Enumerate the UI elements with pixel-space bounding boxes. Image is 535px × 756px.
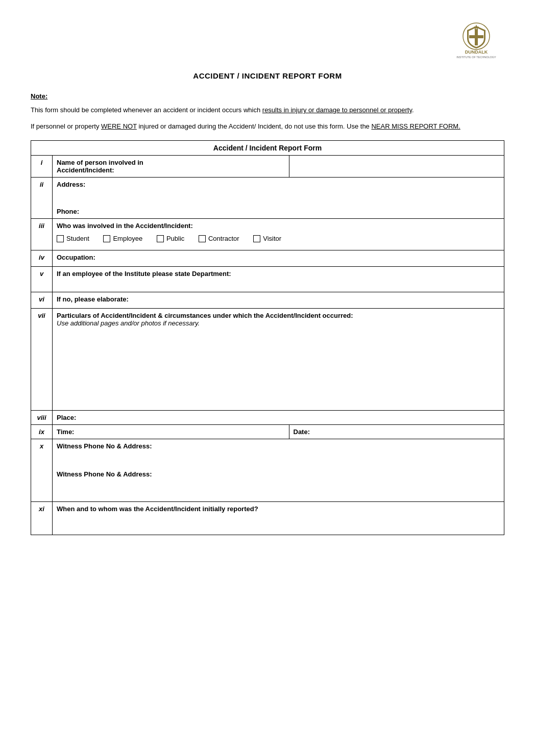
row-v-label: If an employee of the Institute please s… [57, 270, 231, 278]
checkbox-container: Student Employee Public Contractor [57, 230, 500, 247]
row-vi-label: If no, please elaborate: [57, 295, 129, 303]
logo: DUNDALK INSTITUTE OF TECHNOLOGY [448, 20, 504, 61]
table-row: viii Place: [31, 410, 504, 424]
table-row: ii Address: Phone: [31, 178, 504, 219]
note-p2-before: If personnel or property [31, 122, 101, 130]
row-ix-time-label: Time: [57, 428, 74, 436]
form-table-header: Accident / Incident Report Form [31, 141, 504, 156]
row-i-label: Name of person involved inAccident/Incid… [53, 156, 289, 178]
row-x-content: Witness Phone No & Address: Witness Phon… [53, 439, 504, 501]
checkbox-label-public: Public [166, 235, 184, 242]
checkbox-label-contractor: Contractor [208, 235, 239, 242]
witness2-space[interactable] [57, 478, 500, 498]
note-paragraph1: This form should be completed whenever a… [31, 105, 504, 115]
note-p1-underline: results in injury or damage to personnel… [262, 106, 412, 114]
note-p2-middle: injured or damaged during the Accident/ … [137, 122, 372, 130]
row-vii-content: Particulars of Accident/Incident & circu… [53, 308, 504, 410]
row-v-content: If an employee of the Institute please s… [53, 266, 504, 292]
row-vii-sublabel: Use additional pages and/or photos if ne… [57, 319, 200, 327]
svg-text:DUNDALK: DUNDALK [465, 49, 488, 55]
table-row: xi When and to whom was the Accident/Inc… [31, 501, 504, 535]
checkbox-box-student [57, 235, 64, 242]
witness1-space[interactable] [57, 450, 500, 470]
note-section: Note: This form should be completed when… [31, 92, 504, 131]
checkbox-box-contractor [199, 235, 206, 242]
page-header: DUNDALK INSTITUTE OF TECHNOLOGY [31, 20, 504, 61]
checkbox-box-visitor [253, 235, 260, 242]
row-num-xi: xi [31, 501, 53, 535]
checkbox-box-employee [103, 235, 110, 242]
note-paragraph2: If personnel or property WERE NOT injure… [31, 121, 504, 132]
table-row: vi If no, please elaborate: [31, 292, 504, 308]
checkbox-employee[interactable]: Employee [103, 235, 142, 242]
svg-rect-2 [469, 35, 483, 38]
checkbox-student[interactable]: Student [57, 235, 89, 242]
row-x-witness1-label: Witness Phone No & Address: [57, 442, 152, 450]
checkbox-box-public [157, 235, 164, 242]
checkbox-public[interactable]: Public [157, 235, 184, 242]
table-row: i Name of person involved inAccident/Inc… [31, 156, 504, 178]
checkbox-label-student: Student [66, 235, 89, 242]
row-iv-content: Occupation: [53, 250, 504, 266]
row-ix-date-label: Date: [294, 428, 310, 436]
row-ii-address: Address: Phone: [53, 178, 504, 219]
svg-text:INSTITUTE OF TECHNOLOGY: INSTITUTE OF TECHNOLOGY [456, 56, 496, 59]
row-vii-label: Particulars of Accident/Incident & circu… [57, 312, 353, 319]
row-num-ii: ii [31, 178, 53, 219]
checkbox-label-visitor: Visitor [263, 235, 281, 242]
row-ix-date: Date: [289, 424, 504, 439]
table-row: ix Time: Date: [31, 424, 504, 439]
row-i-label-text: Name of person involved inAccident/Incid… [57, 159, 143, 174]
row-num-iii: iii [31, 219, 53, 250]
row-iii-content: Who was involved in the Accident/Inciden… [53, 219, 504, 250]
row-x-witness2-label: Witness Phone No & Address: [57, 470, 152, 478]
row-i-value[interactable] [289, 156, 504, 178]
address-space[interactable] [57, 188, 500, 208]
row-xi-label: When and to whom was the Accident/Incide… [57, 505, 258, 513]
row-num-x: x [31, 439, 53, 501]
form-table: Accident / Incident Report Form i Name o… [31, 140, 504, 535]
row-iii-label: Who was involved in the Accident/Inciden… [57, 222, 193, 230]
note-p1-before: This form should be completed whenever a… [31, 106, 262, 114]
row-xi-content: When and to whom was the Accident/Incide… [53, 501, 504, 535]
row-num-viii: viii [31, 410, 53, 424]
row-num-vii: vii [31, 308, 53, 410]
row-num-i: i [31, 156, 53, 178]
row-num-vi: vi [31, 292, 53, 308]
checkbox-visitor[interactable]: Visitor [253, 235, 281, 242]
row-ix-time: Time: [53, 424, 289, 439]
row-viii-content: Place: [53, 410, 504, 424]
row-ii-phone-label: Phone: [57, 208, 79, 215]
row-viii-label: Place: [57, 414, 76, 421]
row-vi-content: If no, please elaborate: [53, 292, 504, 308]
note-p2-underline1: WERE NOT [101, 122, 137, 130]
row-ii-label: Address: [57, 181, 85, 188]
row-num-ix: ix [31, 424, 53, 439]
note-label: Note: [31, 92, 504, 100]
row-num-v: v [31, 266, 53, 292]
table-row: v If an employee of the Institute please… [31, 266, 504, 292]
row-iv-label: Occupation: [57, 254, 95, 261]
table-row: iv Occupation: [31, 250, 504, 266]
table-row: vii Particulars of Accident/Incident & c… [31, 308, 504, 410]
table-row: x Witness Phone No & Address: Witness Ph… [31, 439, 504, 501]
checkbox-contractor[interactable]: Contractor [199, 235, 239, 242]
row-num-iv: iv [31, 250, 53, 266]
page-title: ACCIDENT / INCIDENT REPORT FORM [31, 71, 504, 80]
checkbox-label-employee: Employee [113, 235, 142, 242]
note-p1-after: . [412, 106, 414, 114]
note-p2-underline2: NEAR MISS REPORT FORM. [371, 122, 460, 130]
table-row: iii Who was involved in the Accident/Inc… [31, 219, 504, 250]
